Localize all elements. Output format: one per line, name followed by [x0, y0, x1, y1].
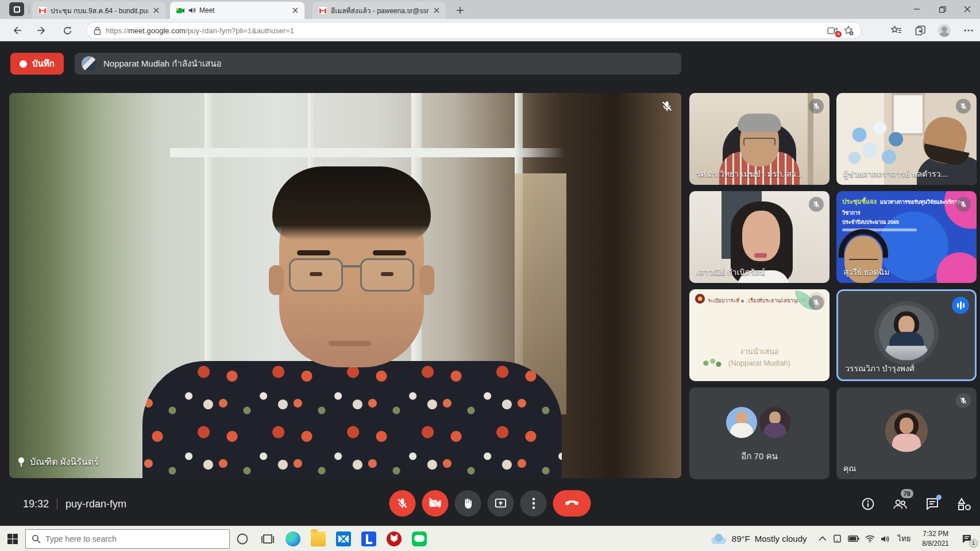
- url-text[interactable]: https://meet.google.com/puy-rdan-fym?pli…: [106, 26, 824, 35]
- add-favorite-icon[interactable]: [840, 24, 856, 37]
- participant-tile[interactable]: ผู้ช่วยศาสตราจารย์ พลตำรว...: [836, 93, 977, 185]
- action-center-icon[interactable]: 1: [958, 530, 975, 548]
- tab-close-icon[interactable]: [291, 6, 300, 15]
- divider: [57, 498, 57, 510]
- tab-gmail-1[interactable]: ประชุม กบม.9ส.ค.64 - bundit.pu@s: [32, 2, 165, 19]
- tab-close-icon[interactable]: [432, 6, 441, 15]
- browser-menu-icon[interactable]: [960, 22, 977, 38]
- participants-sidebar: รศ.ดร.วิทยา เมฆขำ มรภ. สว... ผู้ช่วยศาสต…: [689, 93, 977, 479]
- edge-taskbar-icon[interactable]: [280, 526, 306, 551]
- task-view-icon[interactable]: [255, 526, 280, 551]
- pin-icon: [17, 457, 25, 467]
- notification-count-badge: 1: [969, 539, 978, 548]
- volume-icon[interactable]: [881, 535, 890, 543]
- file-explorer-icon[interactable]: [306, 526, 331, 551]
- participant-avatars: [726, 407, 793, 439]
- slide-text: ประชุมชี้แจงแนวทางการขอรับทุนวิจัยและบริ…: [842, 196, 960, 231]
- tab-actions-button[interactable]: [9, 2, 24, 16]
- mail-app-icon[interactable]: [331, 526, 356, 551]
- person-mouth: [754, 253, 767, 258]
- meet-panel-icons: 78: [861, 482, 972, 526]
- presenting-banner: Nopparat Mudlah กำลังนำเสนอ: [75, 53, 681, 75]
- antivirus-app-icon[interactable]: [381, 526, 407, 551]
- start-button[interactable]: [0, 526, 25, 551]
- self-tile[interactable]: คุณ: [836, 387, 977, 479]
- meeting-details-icon[interactable]: [861, 496, 875, 511]
- tab-title: อีเมลที่ส่งแล้ว - paweena.sr@ssru.a: [331, 5, 429, 16]
- more-options-button[interactable]: [520, 490, 547, 517]
- weather-icon: [710, 534, 727, 544]
- line-app-icon[interactable]: [407, 526, 432, 551]
- mic-off-icon: [809, 197, 824, 212]
- main-video-tile[interactable]: บัณฑิต ผังนิรันดร์: [9, 93, 681, 478]
- forward-button[interactable]: [33, 22, 51, 39]
- participant-name: เสาวณีย์ กำเนิดรัตน์: [696, 266, 765, 278]
- participant-tile[interactable]: รศ.ดร.วิทยา เมฆขำ มรภ. สว...: [689, 93, 829, 185]
- meeting-clock: 19:32: [23, 498, 49, 510]
- battery-icon[interactable]: [848, 536, 859, 542]
- active-speaker-tile[interactable]: วรรณวิภา บำรุงพงศ์: [836, 289, 977, 381]
- refresh-button[interactable]: [59, 22, 76, 39]
- chat-icon[interactable]: [925, 496, 940, 511]
- participant-tile[interactable]: เสาวณีย์ กำเนิดรัตน์: [689, 191, 829, 283]
- collections-icon[interactable]: [912, 22, 928, 38]
- l-app-icon[interactable]: [356, 526, 381, 551]
- recording-badge: บันทึก: [10, 53, 64, 75]
- taskbar-date: 8/8/2021: [922, 539, 949, 548]
- slide-line: ประจำปีงบประมาณ 2565: [842, 218, 960, 226]
- present-screen-button[interactable]: [488, 490, 514, 517]
- person-glasses: [289, 258, 414, 295]
- participant-name: รศ.ดร.วิทยา เมฆขำ มรภ. สว...: [696, 168, 802, 180]
- presenter-avatar: [82, 56, 97, 71]
- mic-off-icon: [956, 99, 971, 114]
- participant-tile[interactable]: ประชุมชี้แจงแนวทางการขอรับทุนวิจัยและบริ…: [836, 191, 977, 283]
- tab-gmail-2[interactable]: อีเมลที่ส่งแล้ว - paweena.sr@ssru.a: [312, 2, 446, 19]
- window-restore-button[interactable]: [929, 0, 955, 18]
- search-input[interactable]: [45, 534, 206, 544]
- chat-unread-dot: [936, 495, 942, 500]
- mic-toggle-button[interactable]: [389, 490, 416, 517]
- wifi-icon[interactable]: [865, 535, 875, 542]
- presentation-tile[interactable]: ระเบียบวาระที่ ๑ : เรื่องที่ประธาน/เลขาน…: [689, 289, 829, 381]
- tab-audio-icon[interactable]: [188, 6, 196, 14]
- self-avatar: [885, 410, 928, 452]
- person-glasses: [743, 138, 775, 146]
- meeting-info: 19:32 puy-rdan-fym: [23, 482, 126, 526]
- taskbar-clock[interactable]: 7:32 PM 8/8/2021: [919, 529, 952, 548]
- participant-avatar: [879, 305, 934, 360]
- taskbar-search[interactable]: [25, 529, 230, 549]
- tab-meet[interactable]: Meet: [170, 2, 304, 19]
- participants-count-badge: 78: [901, 489, 913, 498]
- mic-off-icon: [661, 100, 673, 112]
- cast-device-icon[interactable]: [832, 534, 842, 543]
- participants-icon[interactable]: 78: [893, 496, 908, 511]
- address-bar[interactable]: https://meet.google.com/puy-rdan-fym?pli…: [86, 22, 862, 39]
- person-floral-shirt: [142, 361, 562, 478]
- person-glasses: [849, 253, 878, 260]
- activities-icon[interactable]: [957, 496, 972, 511]
- tab-actions-icon: [14, 6, 20, 13]
- meet-bottom-bar: 19:32 puy-rdan-fym: [0, 482, 980, 526]
- screen: ประชุม กบม.9ส.ค.64 - bundit.pu@s Meet อี…: [0, 0, 980, 551]
- favorites-bar-icon[interactable]: [888, 22, 904, 38]
- taskbar-weather[interactable]: 89°F Mostly cloudy: [710, 534, 807, 544]
- person-mouth: [329, 341, 371, 346]
- raise-hand-button[interactable]: [455, 490, 481, 517]
- end-call-button[interactable]: [553, 490, 591, 517]
- back-button[interactable]: [8, 22, 25, 39]
- cortana-icon[interactable]: [230, 526, 255, 551]
- lock-icon[interactable]: [94, 26, 101, 35]
- system-tray: 89°F Mostly cloudy ไทย 7:32 PM 8/8/2021 …: [710, 529, 980, 548]
- window-close-button[interactable]: [955, 0, 980, 18]
- slide-heading: ประชุมชี้แจง: [842, 198, 877, 205]
- tray-expand-icon[interactable]: [819, 536, 827, 541]
- profile-avatar[interactable]: [936, 22, 952, 38]
- more-participants-tile[interactable]: อีก 70 คน: [689, 387, 829, 479]
- new-tab-button[interactable]: [454, 4, 466, 17]
- window-minimize-button[interactable]: [904, 0, 929, 18]
- tab-separator: [29, 5, 29, 14]
- camera-toggle-button[interactable]: [422, 490, 449, 517]
- tab-close-icon[interactable]: [152, 6, 161, 15]
- language-indicator[interactable]: ไทย: [896, 533, 913, 545]
- camera-blocked-icon[interactable]: ✕: [824, 24, 840, 37]
